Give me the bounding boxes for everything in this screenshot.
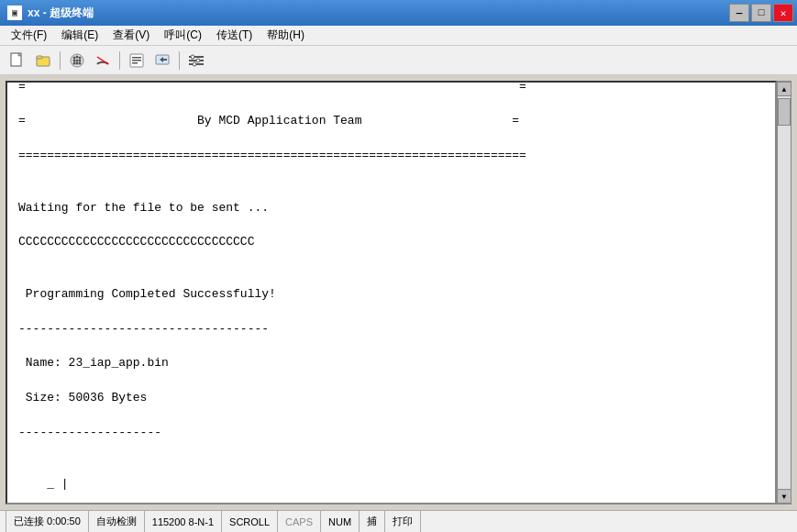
terminal-line: Size: 50036 Bytes xyxy=(18,390,764,407)
capture-status: 捕 xyxy=(360,511,385,532)
title-bar: ▣ xx - 超级终端 — □ ✕ xyxy=(0,0,797,26)
scroll-up-button[interactable]: ▲ xyxy=(777,82,791,96)
svg-rect-16 xyxy=(132,57,141,59)
minimize-button[interactable]: — xyxy=(729,4,749,22)
print-status: 打印 xyxy=(385,511,421,532)
detection-status: 自动检测 xyxy=(89,511,145,532)
svg-point-13 xyxy=(79,61,82,64)
window-title: xx - 超级终端 xyxy=(28,6,94,21)
main-area: ========================================… xyxy=(0,75,797,510)
terminal-line: = = xyxy=(18,83,764,96)
scrollbar[interactable]: ▲ ▼ xyxy=(777,81,791,504)
svg-point-7 xyxy=(79,56,82,59)
open-file-button[interactable] xyxy=(31,50,55,72)
terminal-line: Waiting for the file to be sent ... xyxy=(18,200,764,217)
app-icon: ▣ xyxy=(7,6,22,20)
svg-rect-17 xyxy=(132,60,141,61)
scroll-down-button[interactable]: ▼ xyxy=(777,489,791,504)
terminal-container: ========================================… xyxy=(6,81,777,504)
title-bar-left: ▣ xx - 超级终端 xyxy=(7,6,94,21)
maximize-button[interactable]: □ xyxy=(751,4,771,22)
terminal-line: -------------------- xyxy=(18,425,764,442)
terminal-line: ========================================… xyxy=(18,148,764,165)
terminal-output[interactable]: ========================================… xyxy=(7,83,775,503)
terminal-line: = By MCD Application Team = xyxy=(18,113,764,130)
menu-bar: 文件(F) 编辑(E) 查看(V) 呼叫(C) 传送(T) 帮助(H) xyxy=(0,26,797,46)
svg-point-12 xyxy=(76,61,79,64)
status-bar: 已连接 0:00:50 自动检测 115200 8-N-1 SCROLL CAP… xyxy=(0,510,797,532)
transfer-button[interactable] xyxy=(150,50,174,72)
menu-call[interactable]: 呼叫(C) xyxy=(157,26,209,45)
properties-button[interactable] xyxy=(125,50,149,72)
toolbar-sep-2 xyxy=(119,51,120,70)
terminal-line: CCCCCCCCCCCCCCCCCCCCCCCCCCCCCCCCC xyxy=(18,234,764,251)
svg-point-9 xyxy=(76,59,79,61)
svg-point-11 xyxy=(73,61,76,64)
svg-point-26 xyxy=(196,59,200,62)
svg-point-25 xyxy=(191,55,194,59)
svg-point-8 xyxy=(73,59,76,61)
svg-point-27 xyxy=(193,62,196,66)
svg-point-6 xyxy=(76,55,79,58)
svg-rect-21 xyxy=(163,59,167,61)
connection-status: 已连接 0:00:50 xyxy=(6,511,89,532)
window-controls: — □ ✕ xyxy=(729,4,793,22)
new-document-button[interactable] xyxy=(6,50,29,72)
dial-button[interactable] xyxy=(65,50,89,72)
svg-rect-18 xyxy=(132,62,138,64)
svg-point-5 xyxy=(73,56,76,59)
num-status: NUM xyxy=(321,511,360,532)
menu-edit[interactable]: 编辑(E) xyxy=(54,26,105,45)
close-button[interactable]: ✕ xyxy=(773,4,793,22)
svg-rect-3 xyxy=(37,56,42,59)
scroll-status: SCROLL xyxy=(222,511,278,532)
terminal-cursor-line: _ | xyxy=(18,476,764,493)
menu-transfer[interactable]: 传送(T) xyxy=(209,26,260,45)
svg-point-10 xyxy=(79,59,82,61)
menu-help[interactable]: 帮助(H) xyxy=(260,26,312,45)
toolbar-sep-3 xyxy=(179,51,180,70)
terminal-line: ----------------------------------- xyxy=(18,321,764,338)
hangup-button[interactable] xyxy=(91,50,115,72)
menu-view[interactable]: 查看(V) xyxy=(105,26,157,45)
settings-button[interactable] xyxy=(184,50,208,72)
menu-file[interactable]: 文件(F) xyxy=(4,26,54,45)
scrollbar-track[interactable] xyxy=(778,96,791,489)
caps-status: CAPS xyxy=(278,511,321,532)
terminal-line: Programming Completed Successfully! xyxy=(18,286,764,304)
toolbar xyxy=(0,46,797,75)
terminal-line: Name: 23_iap_app.bin xyxy=(18,355,764,372)
baud-rate: 115200 8-N-1 xyxy=(145,511,222,532)
toolbar-sep-1 xyxy=(60,51,61,70)
scrollbar-thumb[interactable] xyxy=(778,98,791,126)
